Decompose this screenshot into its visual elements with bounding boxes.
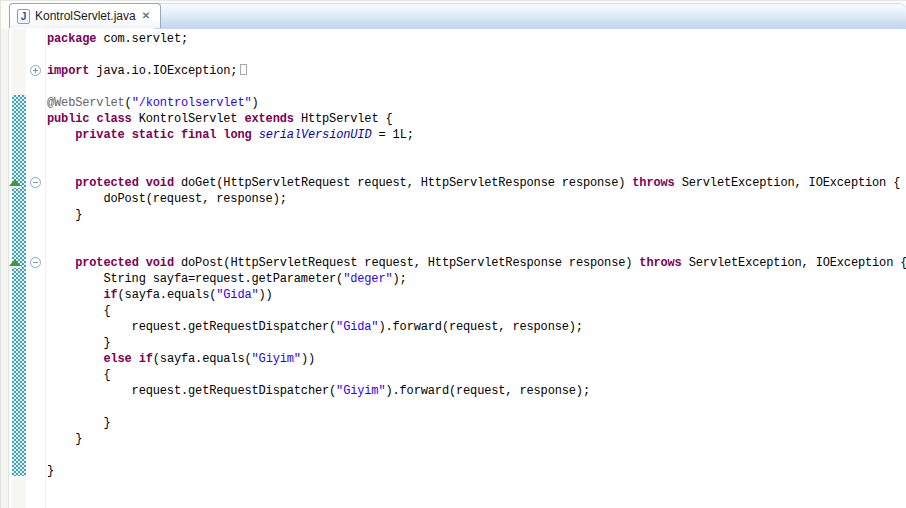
code-segment: doPost(request, response);: [47, 192, 287, 206]
collapsed-code-box-icon[interactable]: [240, 64, 247, 75]
tab-bar-empty-area: [154, 3, 906, 30]
fold-collapse-icon[interactable]: [30, 177, 41, 188]
code-segment: ): [252, 96, 259, 110]
code-line[interactable]: private static final long serialVersionU…: [47, 127, 906, 143]
code-segment: doGet(HttpServletRequest request, HttpSe…: [174, 176, 632, 190]
code-segment: throws: [639, 256, 681, 270]
annotation-ruler[interactable]: [1, 29, 9, 508]
code-line[interactable]: protected void doPost(HttpServletRequest…: [47, 255, 906, 271]
code-line[interactable]: else if(sayfa.equals("Giyim")): [47, 351, 906, 367]
code-segment: long: [223, 128, 251, 142]
code-line[interactable]: [47, 447, 906, 463]
code-segment: [139, 256, 146, 270]
override-indicator-icon: [9, 179, 21, 186]
code-segment: protected: [75, 256, 138, 270]
code-segment: public: [47, 112, 89, 126]
code-segment: [132, 352, 139, 366]
code-segment: );: [393, 272, 407, 286]
code-segment: if: [139, 352, 153, 366]
code-segment: else: [103, 352, 131, 366]
code-segment: "Giyim": [336, 384, 385, 398]
code-line[interactable]: [47, 79, 906, 95]
code-line[interactable]: }: [47, 335, 906, 351]
code-line[interactable]: [47, 159, 906, 175]
code-line[interactable]: [47, 239, 906, 255]
code-segment: java.io.IOException;: [89, 64, 237, 78]
editor-tab-bar: J KontrolServlet.java ✕: [1, 1, 906, 29]
code-segment: }: [47, 416, 110, 430]
code-segment: (: [125, 96, 132, 110]
fold-ruler-separator: [45, 29, 46, 508]
code-line[interactable]: protected void doGet(HttpServletRequest …: [47, 175, 906, 191]
code-segment: ServletException, IOException {: [682, 256, 906, 270]
code-segment: ).forward(request, response);: [385, 384, 589, 398]
code-line[interactable]: [47, 143, 906, 159]
code-segment: private: [75, 128, 124, 142]
code-line[interactable]: request.getRequestDispatcher("Giyim").fo…: [47, 383, 906, 399]
code-segment: void: [146, 256, 174, 270]
code-segment: (sayfa.equals(: [153, 352, 252, 366]
code-editor: package com.servlet;import java.io.IOExc…: [1, 29, 906, 508]
tab-kontrolservlet[interactable]: J KontrolServlet.java ✕: [9, 3, 161, 28]
code-segment: [174, 128, 181, 142]
code-segment: {: [47, 304, 110, 318]
code-line[interactable]: }: [47, 415, 906, 431]
code-segment: (sayfa.equals(: [118, 288, 217, 302]
code-segment: import: [47, 64, 89, 78]
code-segment: [47, 288, 103, 302]
code-line[interactable]: import java.io.IOException;: [47, 63, 906, 79]
code-segment: serialVersionUID: [259, 128, 372, 142]
code-segment: final: [181, 128, 216, 142]
code-line[interactable]: public class KontrolServlet extends Http…: [47, 111, 906, 127]
code-segment: if: [103, 288, 117, 302]
code-segment: doPost(HttpServletRequest request, HttpS…: [174, 256, 639, 270]
code-line[interactable]: {: [47, 303, 906, 319]
code-line[interactable]: }: [47, 207, 906, 223]
tab-close-icon[interactable]: ✕: [141, 10, 151, 22]
code-segment: request.getRequestDispatcher(: [47, 384, 336, 398]
code-line[interactable]: if(sayfa.equals("Gida")): [47, 287, 906, 303]
code-segment: @WebServlet: [47, 96, 125, 110]
eclipse-editor-window: J KontrolServlet.java ✕ package com.serv…: [0, 0, 906, 508]
code-segment: static: [132, 128, 174, 142]
quick-diff-changed-bar: [12, 95, 26, 476]
code-segment: )): [301, 352, 315, 366]
code-segment: [47, 352, 103, 366]
code-area[interactable]: package com.servlet;import java.io.IOExc…: [47, 31, 906, 479]
code-segment: [47, 256, 75, 270]
java-file-icon: J: [17, 9, 30, 24]
fold-expand-icon[interactable]: [30, 65, 41, 76]
code-segment: ).forward(request, response);: [378, 320, 582, 334]
code-line[interactable]: @WebServlet("/kontrolservlet"): [47, 95, 906, 111]
code-segment: }: [47, 432, 82, 446]
code-segment: class: [96, 112, 131, 126]
code-line[interactable]: doPost(request, response);: [47, 191, 906, 207]
code-line[interactable]: }: [47, 463, 906, 479]
code-line[interactable]: [47, 47, 906, 63]
code-segment: "Giyim": [252, 352, 301, 366]
code-segment: void: [146, 176, 174, 190]
code-segment: String sayfa=request.getParameter(: [47, 272, 343, 286]
code-segment: [252, 128, 259, 142]
code-line[interactable]: }: [47, 431, 906, 447]
code-segment: [47, 128, 75, 142]
fold-collapse-icon[interactable]: [30, 257, 41, 268]
code-segment: "/kontrolservlet": [132, 96, 252, 110]
code-segment: package: [47, 32, 96, 46]
code-segment: = 1L;: [371, 128, 413, 142]
code-segment: [47, 176, 75, 190]
code-line[interactable]: package com.servlet;: [47, 31, 906, 47]
code-line[interactable]: [47, 223, 906, 239]
code-segment: KontrolServlet: [132, 112, 245, 126]
code-line[interactable]: {: [47, 367, 906, 383]
code-segment: protected: [75, 176, 138, 190]
code-segment: {: [47, 368, 110, 382]
code-segment: HttpServlet {: [294, 112, 393, 126]
code-line[interactable]: [47, 399, 906, 415]
code-segment: )): [259, 288, 273, 302]
code-segment: com.servlet;: [96, 32, 188, 46]
code-line[interactable]: String sayfa=request.getParameter("deger…: [47, 271, 906, 287]
code-segment: request.getRequestDispatcher(: [47, 320, 336, 334]
code-segment: }: [47, 464, 54, 478]
code-line[interactable]: request.getRequestDispatcher("Gida").for…: [47, 319, 906, 335]
